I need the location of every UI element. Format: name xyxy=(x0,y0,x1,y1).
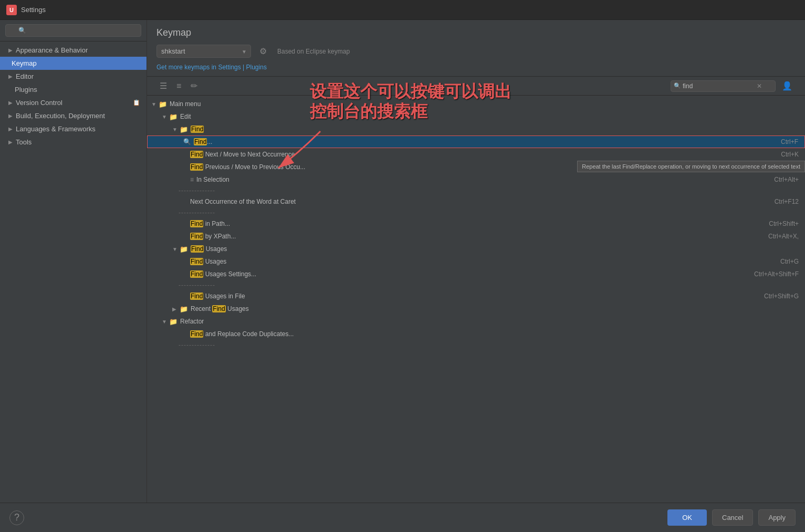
tree-item-refactor-folder[interactable]: ▼ 📁 Refactor xyxy=(147,315,805,328)
tree-item-find-usages-file[interactable]: Find Usages in File Ctrl+Shift+G xyxy=(147,290,805,302)
sidebar-item-version-control[interactable]: ▶ Version Control 📋 xyxy=(0,96,147,109)
help-button[interactable]: ? xyxy=(9,510,24,525)
expand-all-button[interactable]: ≡ xyxy=(173,80,184,92)
tree-item-label: Find by XPath... xyxy=(190,233,768,240)
arrow-icon: ▶ xyxy=(8,74,13,79)
cancel-button[interactable]: Cancel xyxy=(712,509,753,526)
tree-container[interactable]: ▼ 📁 Main menu ▼ 📁 Edit ▼ xyxy=(147,96,805,503)
shortcut-label: Ctrl+Shift+G xyxy=(764,293,799,300)
title-bar: U Settings xyxy=(0,0,805,20)
based-on-text: Based on Eclipse keymap xyxy=(277,48,350,55)
tree-item-label: Find and Replace Code Duplicates... xyxy=(190,330,799,338)
settings-dialog: U Settings 🔍 ▶ Appearance & Behavior Key… xyxy=(0,0,805,532)
shortcut-label: Ctrl+Alt+X, xyxy=(768,233,799,240)
collapse-arrow-icon: ▼ xyxy=(172,246,177,252)
folder-icon: 📁 xyxy=(180,305,188,313)
apply-button[interactable]: Apply xyxy=(758,509,796,526)
tree-item-edit[interactable]: ▼ 📁 Edit xyxy=(147,110,805,123)
get-more-row: Get more keymaps in Settings | Plugins xyxy=(156,63,796,71)
shortcut-label: Ctrl+F xyxy=(781,138,798,145)
gear-button[interactable]: ⚙ xyxy=(256,45,270,57)
main-content: 🔍 ▶ Appearance & Behavior Keymap ▶ Edito… xyxy=(0,20,805,503)
sidebar-search-area: 🔍 xyxy=(0,20,147,41)
keymap-select[interactable]: shkstart xyxy=(156,45,251,58)
right-panel: Keymap shkstart ▼ ⚙ Based on Eclipse key… xyxy=(147,20,805,503)
shortcut-label: Ctrl+K xyxy=(781,151,799,158)
keymap-selector-row: shkstart ▼ ⚙ Based on Eclipse keymap xyxy=(156,45,796,58)
shortcut-label: Ctrl+G xyxy=(780,258,799,265)
folder-icon: 📁 xyxy=(169,318,177,326)
get-more-link[interactable]: Get more keymaps in Settings | Plugins xyxy=(156,64,267,71)
panel-header: Keymap shkstart ▼ ⚙ Based on Eclipse key… xyxy=(147,20,805,77)
tree-item-find-usages-settings[interactable]: Find Usages Settings... Ctrl+Alt+Shift+F xyxy=(147,268,805,280)
tree-item-label: Find Previous / Move to Previous Occu... xyxy=(190,163,799,171)
shortcut-label: Ctrl+Shift+ xyxy=(769,220,799,227)
tree-item-find-replace-dup[interactable]: Find and Replace Code Duplicates... xyxy=(147,328,805,340)
ok-button[interactable]: OK xyxy=(667,509,707,526)
collapse-all-button[interactable]: ☰ xyxy=(156,80,170,92)
tree-item-label: Find Usages xyxy=(191,245,799,253)
arrow-icon: ▶ xyxy=(8,139,13,145)
search-box-wrap: 🔍 ✕ xyxy=(671,80,776,92)
tree-item-find-prev[interactable]: Find Previous / Move to Previous Occu...… xyxy=(147,161,805,173)
sidebar-item-label: Editor xyxy=(16,72,140,80)
tree-separator: -------------- xyxy=(147,208,805,217)
tree-item-label: Find Usages Settings... xyxy=(190,270,754,278)
folder-icon: 📁 xyxy=(180,126,188,133)
shortcut-label: Ctrl+Alt+Shift+F xyxy=(754,270,799,278)
sidebar-item-appearance-behavior[interactable]: ▶ Appearance & Behavior xyxy=(0,44,147,57)
collapse-arrow-icon: ▼ xyxy=(151,101,156,107)
panel-title: Keymap xyxy=(156,27,796,38)
search-icon: 🔍 xyxy=(183,138,191,145)
tree-item-label: Find Usages in File xyxy=(190,293,764,300)
sidebar-search-input[interactable] xyxy=(5,24,141,37)
tree-item-label: Find Usages xyxy=(190,258,780,265)
tree-item-find-folder[interactable]: ▼ 📁 Find xyxy=(147,123,805,135)
tree-item-label: Refactor xyxy=(180,318,799,325)
tree-item-label: Find Next / Move to Next Occurrence xyxy=(190,151,781,158)
tree-item-recent-find-usages[interactable]: ▶ 📁 Recent Find Usages xyxy=(147,302,805,315)
tree-item-in-selection[interactable]: ≡ In Selection Ctrl+Alt+ xyxy=(147,173,805,186)
right-section: ☰ ≡ ✏ 🔍 ✕ 👤 ▼ 📁 xyxy=(147,77,805,503)
tree-item-find-by-xpath[interactable]: Find by XPath... Ctrl+Alt+X, xyxy=(147,230,805,243)
sidebar-item-label: Tools xyxy=(16,138,140,146)
tree-item-label: Find... xyxy=(194,138,781,145)
tree-separator: -------------- xyxy=(147,186,805,195)
shortcut-label: Ctrl+Alt+ xyxy=(774,176,799,183)
tree-item-find-next[interactable]: Find Next / Move to Next Occurrence Ctrl… xyxy=(147,148,805,161)
person-button[interactable]: 👤 xyxy=(779,80,796,92)
clear-search-icon[interactable]: ✕ xyxy=(757,82,762,90)
tree-item-find-in-path[interactable]: Find in Path... Ctrl+Shift+ xyxy=(147,217,805,230)
sidebar-item-languages-frameworks[interactable]: ▶ Languages & Frameworks xyxy=(0,122,147,135)
sidebar-item-plugins[interactable]: Plugins xyxy=(0,83,147,96)
tree-item-find-usages[interactable]: Find Usages Ctrl+G xyxy=(147,255,805,268)
sidebar-item-keymap[interactable]: Keymap xyxy=(0,57,147,70)
arrow-icon: ▶ xyxy=(8,47,13,53)
keymap-select-wrap: shkstart ▼ xyxy=(156,45,251,58)
tree-item-label: Find xyxy=(191,126,799,133)
tree-item-label: In Selection xyxy=(196,176,774,183)
sidebar-item-label: Appearance & Behavior xyxy=(16,46,140,54)
sidebar-item-build-execution[interactable]: ▶ Build, Execution, Deployment xyxy=(0,109,147,122)
tree-item-find[interactable]: 🔍 Find... Ctrl+F xyxy=(147,135,805,148)
tree-item-main-menu[interactable]: ▼ 📁 Main menu xyxy=(147,98,805,110)
collapse-arrow-icon: ▼ xyxy=(172,127,177,132)
collapse-arrow-icon: ▼ xyxy=(162,319,167,325)
badge-icon: 📋 xyxy=(133,99,140,106)
tree-item-find-usages-folder[interactable]: ▼ 📁 Find Usages xyxy=(147,243,805,255)
sidebar-item-label: Plugins xyxy=(15,86,140,93)
edit-button[interactable]: ✏ xyxy=(187,80,201,92)
sidebar: 🔍 ▶ Appearance & Behavior Keymap ▶ Edito… xyxy=(0,20,147,503)
sidebar-item-editor[interactable]: ▶ Editor xyxy=(0,70,147,83)
toolbar: ☰ ≡ ✏ 🔍 ✕ 👤 xyxy=(147,77,805,96)
sidebar-item-label: Version Control xyxy=(16,99,133,107)
tree-item-next-occurrence[interactable]: Next Occurrence of the Word at Caret Ctr… xyxy=(147,195,805,208)
logo-text: U xyxy=(9,7,14,13)
collapse-arrow-icon: ▼ xyxy=(162,114,167,120)
tree-item-label: Main menu xyxy=(170,100,799,108)
folder-icon: 📁 xyxy=(169,113,177,121)
arrow-icon: ▶ xyxy=(8,100,13,106)
tree-item-label: Find in Path... xyxy=(190,220,769,227)
sidebar-item-tools[interactable]: ▶ Tools xyxy=(0,135,147,149)
tree-item-label: Recent Find Usages xyxy=(191,305,799,312)
